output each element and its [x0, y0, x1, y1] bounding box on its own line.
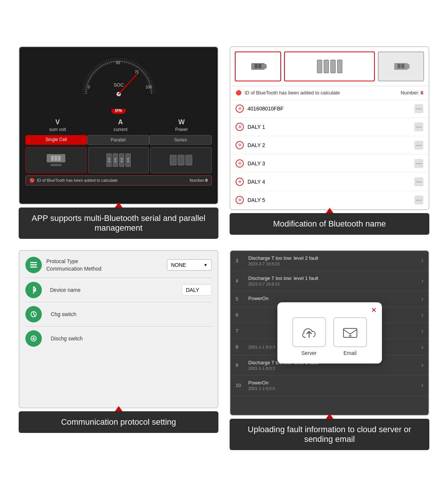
bt-added-text: ID of BlueTooth has been added to calcul… [245, 90, 340, 96]
bt-list-item-1-left: ⊛ DALY 1 [236, 123, 265, 131]
fault-title-7: PowerOn [248, 380, 421, 386]
bt-list-item-5-left: ⊛ DALY 5 [236, 196, 265, 204]
fault-title-2: PowerOn [248, 296, 421, 301]
modal-close-button[interactable]: ✕ [371, 306, 377, 314]
comm-method-label: Communication Method [46, 266, 167, 272]
bt-list-label-3: DALY 3 [248, 160, 265, 166]
cell-upload-fault: 3 Discharge T too low: level 2 fault 202… [230, 250, 429, 450]
bt-added-number: 6 [421, 90, 423, 96]
sep1 [25, 278, 212, 278]
card-comm-protocol: Protocal Type Communication Method NONE … [19, 250, 218, 408]
dischg-icon-circle [25, 330, 42, 347]
cell-comm-protocol: Protocal Type Communication Method NONE … [19, 250, 218, 450]
bt-list-minus-4[interactable]: — [414, 177, 423, 186]
fault-item-1[interactable]: 4 Discharge T too low: level 1 fault 202… [230, 271, 429, 291]
card2-body: 🔴 ID of BlueTooth has been added to calc… [230, 47, 429, 209]
fault-arrow-4: › [421, 328, 423, 334]
protocol-icon-circle [25, 257, 42, 273]
card4-body: 3 Discharge T too low: level 2 fault 202… [230, 251, 429, 415]
bt-list-item-3[interactable]: ⊛ DALY 3 — [230, 155, 429, 173]
caption-bluetooth-name: Modification of Bluetooth name [230, 213, 429, 235]
bt-list-item-0-left: ⊛ 401608010FBF [236, 104, 284, 113]
protocol-dropdown[interactable]: NONE ▼ [167, 259, 212, 271]
metric-amp: A current [113, 118, 127, 132]
bt-top-bat-single [235, 52, 281, 81]
bluetooth-icon-circle [25, 282, 42, 298]
fault-num-4: 7 [236, 328, 245, 334]
bt-list-item-1[interactable]: ⊛ DALY 1 — [230, 118, 429, 136]
battery-panels [25, 147, 212, 173]
bt-list-item-5[interactable]: ⊛ DALY 5 — [230, 191, 429, 209]
bt-footer: 🔴 ID of BlueTooth has been added to calc… [25, 175, 212, 185]
upload-modal: ✕ Server [277, 302, 382, 364]
bt-list-minus-5[interactable]: — [414, 196, 423, 205]
modal-option-server[interactable]: Server [292, 317, 326, 356]
bt-list-item-4-left: ⊛ DALY 4 [236, 178, 265, 186]
bt-list-label-0: 401608010FBF [248, 106, 284, 112]
svg-rect-10 [30, 266, 37, 268]
bt-footer-text: ID of BlueTooth has been added to calcul… [37, 178, 187, 183]
watt-icon: W [178, 118, 185, 126]
fault-date-1: 2023-3-7 19:8:23 [248, 282, 421, 286]
card-bluetooth-name: 🔴 ID of BlueTooth has been added to calc… [230, 46, 429, 210]
bt-list-item-2[interactable]: ⊛ DALY 2 — [230, 136, 429, 155]
bt-list-icon-3: ⊛ [236, 159, 244, 168]
modal-email-label: Email [343, 350, 357, 356]
cell-bluetooth-name: 🔴 ID of BlueTooth has been added to calc… [230, 46, 429, 239]
bt-added-number-wrap: Number: 6 [401, 90, 423, 96]
fault-info-7: PowerOn 2001-1-1 8:0:0 [248, 380, 421, 391]
modal-option-email[interactable]: Email [333, 317, 367, 356]
fault-arrow-3: › [421, 312, 423, 318]
fault-num-1: 4 [236, 278, 245, 284]
bt-list-minus-3[interactable]: — [414, 159, 423, 168]
panel-parallel [88, 147, 149, 173]
fault-item-0[interactable]: 3 Discharge T too low: level 2 fault 202… [230, 251, 429, 271]
svg-text:50: 50 [116, 61, 120, 65]
caption1-wrap: APP supports multi-Bluetooth serial and … [19, 205, 218, 239]
dropdown-container: NONE ▼ SOROTEC SZPC LTW SOLAX LUXPower V… [167, 259, 212, 271]
bt-name-list: ⊛ 401608010FBF — ⊛ DALY 1 — [230, 100, 429, 209]
metric-watt-label: Power [175, 127, 188, 132]
bt-list-label-2: DALY 2 [248, 142, 265, 148]
bt-list-minus-0[interactable]: — [414, 104, 423, 113]
bt-list-item-3-left: ⊛ DALY 3 [236, 159, 265, 168]
caption2-wrap: Modification of Bluetooth name [230, 210, 429, 235]
bt-list-item-0[interactable]: ⊛ 401608010FBF — [230, 100, 429, 118]
metric-volt: V sum volt [49, 118, 66, 132]
fault-num-7: 10 [236, 383, 245, 388]
tab-single-cell[interactable]: Single Cell [25, 135, 87, 145]
tab-series[interactable]: Series [149, 135, 212, 145]
bt-list-minus-2[interactable]: — [414, 141, 423, 150]
dischg-switch-row: Dischg switch [25, 330, 212, 347]
gauge-svg: 50 75 100 0 SOC [78, 53, 160, 113]
tab-parallel[interactable]: Parallel [87, 135, 149, 145]
card-upload-fault: 3 Discharge T too low: level 2 fault 202… [230, 250, 429, 416]
bt-footer-number: 0 [205, 178, 208, 183]
fault-arrow-5: › [421, 344, 423, 350]
metric-volt-label: sum volt [49, 127, 66, 132]
fault-arrow-1: › [421, 277, 423, 284]
fault-date-0: 2023-3-7 19:8:23 [248, 262, 421, 266]
panel-series [150, 147, 212, 173]
svg-text:SOC: SOC [113, 82, 124, 88]
card1-body: 50 75 100 0 SOC 0% [19, 47, 218, 204]
battery-tabs: Single Cell Parallel Series [25, 135, 212, 145]
fault-arrow-0: › [421, 257, 423, 264]
bt-list-minus-1[interactable]: — [414, 122, 423, 131]
card3-body: Protocal Type Communication Method NONE … [19, 251, 218, 408]
fault-date-7: 2001-1-1 8:0:0 [248, 386, 421, 391]
device-name-value[interactable]: DALY [182, 284, 212, 296]
svg-rect-9 [30, 264, 37, 265]
bt-list-item-4[interactable]: ⊛ DALY 4 — [230, 173, 429, 191]
caption4-wrap: Uploading fault information to cloud ser… [230, 416, 429, 450]
protocol-type-label: Protocal Type [46, 258, 167, 264]
fault-date-6: 2001-1-1 8:0:3 [248, 366, 421, 371]
fault-info-1: Discharge T too low: level 1 fault 2023-… [248, 275, 421, 286]
fault-item-7[interactable]: 10 PowerOn 2001-1-1 8:0:0 › [230, 375, 429, 396]
sep2 [25, 302, 212, 302]
dropdown-selected: NONE [171, 262, 186, 268]
caption-upload-fault: Uploading fault information to cloud ser… [230, 419, 429, 450]
svg-text:75: 75 [134, 70, 139, 74]
fault-num-6: 9 [236, 362, 245, 368]
svg-rect-8 [30, 262, 37, 263]
